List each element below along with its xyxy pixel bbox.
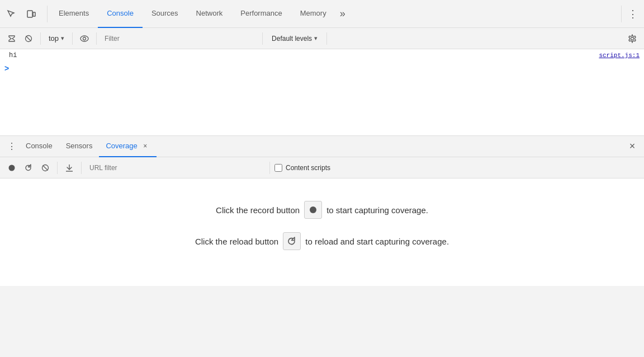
tab-performance[interactable]: Performance — [231, 0, 291, 28]
coverage-clear-button[interactable] — [38, 161, 53, 175]
content-scripts-checkbox-label[interactable]: Content scripts — [274, 164, 330, 172]
context-selector[interactable]: top ▾ — [45, 33, 68, 44]
bottom-tab-sensors[interactable]: Sensors — [59, 136, 100, 157]
content-scripts-checkbox[interactable] — [274, 164, 282, 172]
tab-bar-divider — [47, 6, 48, 22]
coverage-export-button[interactable] — [62, 161, 77, 175]
top-tab-bar: Elements Console Sources Network Perform… — [0, 0, 644, 28]
device-mode-icon[interactable] — [22, 5, 40, 23]
tab-memory[interactable]: Memory — [291, 0, 335, 28]
bottom-panel-close-button[interactable]: × — [625, 139, 640, 154]
devtools-menu-button[interactable]: ⋮ — [624, 5, 642, 23]
coverage-content: Click the record button to start capturi… — [0, 178, 644, 286]
bottom-tab-coverage[interactable]: Coverage × — [99, 136, 156, 157]
console-toolbar: top ▾ Default levels ▾ — [0, 28, 644, 49]
coverage-reload-button[interactable] — [21, 161, 36, 175]
eye-icon[interactable] — [77, 31, 92, 46]
log-levels-button[interactable]: Default levels ▾ — [267, 34, 322, 44]
coverage-toolbar-divider-2 — [81, 162, 82, 174]
toolbar-divider-4 — [262, 32, 263, 45]
console-source-link[interactable]: script.js:1 — [599, 52, 640, 59]
svg-line-10 — [43, 165, 48, 170]
clear-console-button[interactable] — [4, 31, 19, 46]
coverage-instruction-1: Click the record button to start capturi… — [216, 201, 428, 219]
bottom-panel-menu-button[interactable]: ⋮ — [4, 139, 19, 154]
coverage-toolbar: Content scripts — [0, 157, 644, 178]
tab-bar-right-divider — [621, 6, 622, 22]
bottom-panel-tab-bar: ⋮ Console Sensors Coverage × × — [0, 136, 644, 157]
stop-recording-button[interactable] — [21, 31, 36, 46]
coverage-toolbar-divider-1 — [57, 162, 58, 174]
console-input[interactable] — [11, 64, 640, 72]
bottom-tab-console[interactable]: Console — [19, 136, 59, 157]
svg-point-6 — [83, 37, 86, 40]
toolbar-divider-5 — [326, 32, 327, 45]
console-log-entry: hi script.js:1 — [0, 49, 644, 62]
inspect-element-icon[interactable] — [2, 5, 20, 23]
tab-elements[interactable]: Elements — [50, 0, 98, 28]
toolbar-divider-3 — [96, 32, 97, 45]
svg-point-5 — [80, 36, 88, 41]
tab-console[interactable]: Console — [98, 0, 143, 28]
svg-point-8 — [9, 165, 15, 171]
coverage-toolbar-divider-3 — [269, 162, 270, 174]
url-filter-input[interactable] — [86, 161, 265, 175]
tab-sources[interactable]: Sources — [143, 0, 187, 28]
coverage-record-icon-inline — [304, 201, 322, 219]
settings-icon[interactable] — [625, 31, 640, 46]
more-tabs-button[interactable]: » — [335, 0, 350, 28]
console-prompt-line: > — [0, 62, 644, 75]
svg-rect-0 — [27, 11, 32, 17]
coverage-record-button[interactable] — [4, 161, 19, 175]
coverage-reload-icon-inline — [283, 232, 301, 250]
svg-line-4 — [26, 36, 31, 41]
toolbar-divider-2 — [72, 32, 73, 45]
console-content: hi script.js:1 > — [0, 49, 644, 136]
coverage-tab-close-button[interactable]: × — [141, 142, 150, 151]
filter-input[interactable] — [101, 32, 258, 45]
svg-point-13 — [310, 206, 316, 213]
toolbar-divider-1 — [40, 32, 41, 45]
console-prompt-chevron: > — [4, 64, 9, 73]
svg-marker-2 — [9, 36, 15, 41]
console-log-text: hi — [9, 51, 17, 59]
devtools-left-icons — [2, 5, 40, 23]
coverage-instruction-2: Click the reload button to reload and st… — [195, 232, 449, 250]
svg-rect-1 — [33, 12, 35, 16]
tab-network[interactable]: Network — [187, 0, 232, 28]
svg-point-7 — [631, 37, 634, 40]
